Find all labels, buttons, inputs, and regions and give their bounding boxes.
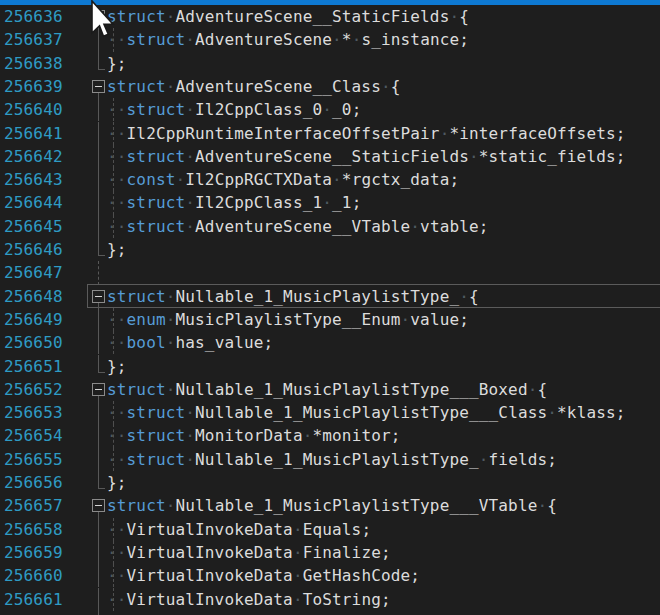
code-line[interactable]: 256651}; xyxy=(0,355,660,378)
line-number[interactable]: 256640 xyxy=(4,98,63,121)
code-line[interactable]: 256640··struct·Il2CppClass_0·_0; xyxy=(0,98,660,121)
code-line[interactable]: 256641··Il2CppRuntimeInterfaceOffsetPair… xyxy=(0,122,660,145)
code-line[interactable]: 256658··VirtualInvokeData·Equals; xyxy=(0,518,660,541)
fold-collapse-icon[interactable] xyxy=(92,499,105,512)
code-text[interactable]: ··VirtualInvokeData·Finalize; xyxy=(107,541,391,564)
code-line[interactable]: 256636struct·AdventureScene__StaticField… xyxy=(0,5,660,28)
line-number[interactable]: 256659 xyxy=(4,541,63,564)
code-text[interactable]: ··struct·Nullable_1_MusicPlaylistType_·f… xyxy=(107,448,557,471)
fold-scope-line xyxy=(98,541,99,564)
identifier-token: Equals; xyxy=(303,520,371,539)
identifier-token: AdventureScene xyxy=(195,30,332,49)
line-number[interactable]: 256656 xyxy=(4,471,63,494)
whitespace-dots: ·· xyxy=(107,566,127,585)
whitespace-dots: · xyxy=(449,7,459,26)
code-text[interactable]: ··bool·has_value; xyxy=(107,331,273,354)
line-number[interactable]: 256641 xyxy=(4,122,63,145)
code-text[interactable]: }; xyxy=(107,52,127,75)
code-text[interactable]: ··struct·Il2CppClass_0·_0; xyxy=(107,98,361,121)
code-line[interactable]: 256644··struct·Il2CppClass_1·_1; xyxy=(0,191,660,214)
code-line[interactable]: 256645··struct·AdventureScene__VTable·vt… xyxy=(0,215,660,238)
code-text[interactable]: ··struct·Nullable_1_MusicPlaylistType___… xyxy=(107,401,626,424)
code-line[interactable]: 256652struct·Nullable_1_MusicPlaylistTyp… xyxy=(0,378,660,401)
fold-collapse-icon[interactable] xyxy=(92,10,105,23)
code-line[interactable]: 256650··bool·has_value; xyxy=(0,331,660,354)
code-line[interactable]: 256647 xyxy=(0,261,660,284)
code-line[interactable]: 256653··struct·Nullable_1_MusicPlaylistT… xyxy=(0,401,660,424)
code-line[interactable]: 256661··VirtualInvokeData·ToString; xyxy=(0,588,660,611)
line-number[interactable]: 256636 xyxy=(4,5,63,28)
identifier-token: fields; xyxy=(489,450,557,469)
code-text[interactable]: ··struct·Il2CppClass_1·_1; xyxy=(107,191,361,214)
code-line[interactable]: 256637··struct·AdventureScene·*·s_instan… xyxy=(0,28,660,51)
line-number[interactable]: 256646 xyxy=(4,238,63,261)
code-text[interactable]: ··enum·MusicPlaylistType__Enum·value; xyxy=(107,308,469,331)
code-text[interactable]: ··struct·MonitorData·*monitor; xyxy=(107,424,401,447)
code-text[interactable]: ··VirtualInvokeData·Equals; xyxy=(107,518,371,541)
code-text[interactable]: struct·Nullable_1_MusicPlaylistType___VT… xyxy=(107,494,557,517)
line-number[interactable]: 256657 xyxy=(4,494,63,517)
line-number[interactable]: 256644 xyxy=(4,191,63,214)
line-number[interactable]: 256642 xyxy=(4,145,63,168)
line-number[interactable]: 256652 xyxy=(4,378,63,401)
line-number[interactable]: 256645 xyxy=(4,215,63,238)
line-number[interactable]: 256651 xyxy=(4,355,63,378)
code-text[interactable]: struct·AdventureScene__StaticFields·{ xyxy=(107,5,469,28)
code-text[interactable]: }; xyxy=(107,238,127,261)
code-line[interactable]: 256639struct·AdventureScene__Class·{ xyxy=(0,75,660,98)
line-number[interactable]: 256647 xyxy=(4,261,63,284)
code-line[interactable]: 256649··enum·MusicPlaylistType__Enum·val… xyxy=(0,308,660,331)
line-number[interactable]: 256637 xyxy=(4,28,63,51)
code-line[interactable]: 256638}; xyxy=(0,52,660,75)
identifier-token: vtable; xyxy=(420,217,488,236)
code-text[interactable]: ··struct·AdventureScene__VTable·vtable; xyxy=(107,215,489,238)
code-text[interactable]: ··const·Il2CppRGCTXData·*rgctx_data; xyxy=(107,168,459,191)
code-text[interactable]: ··VirtualInvokeData·GetHashCode; xyxy=(107,564,420,587)
identifier-token: { xyxy=(469,287,479,306)
whitespace-dots: ·· xyxy=(107,590,127,609)
code-line[interactable]: 256659··VirtualInvokeData·Finalize; xyxy=(0,541,660,564)
fold-collapse-icon[interactable] xyxy=(92,383,105,396)
code-text[interactable]: }; xyxy=(107,355,127,378)
line-number[interactable]: 256643 xyxy=(4,168,63,191)
line-number[interactable]: 256649 xyxy=(4,308,63,331)
code-line[interactable]: 256642··struct·AdventureScene__StaticFie… xyxy=(0,145,660,168)
code-text[interactable]: ··VirtualInvokeData·ToString; xyxy=(107,588,391,611)
line-number[interactable]: 256654 xyxy=(4,424,63,447)
code-line[interactable]: 256660··VirtualInvokeData·GetHashCode; xyxy=(0,564,660,587)
code-text[interactable]: ··struct·AdventureScene·*·s_instance; xyxy=(107,28,469,51)
fold-collapse-icon[interactable] xyxy=(92,290,105,303)
fold-collapse-icon[interactable] xyxy=(92,80,105,93)
code-text[interactable]: struct·Nullable_1_MusicPlaylistType___Bo… xyxy=(107,378,547,401)
line-number[interactable]: 256660 xyxy=(4,564,63,587)
identifier-token: { xyxy=(537,380,547,399)
line-number[interactable]: 256662 xyxy=(4,611,63,615)
code-text[interactable]: struct·Nullable_1_MusicPlaylistType_·{ xyxy=(107,285,479,308)
minus-glyph xyxy=(95,389,102,390)
code-line[interactable]: 256654··struct·MonitorData·*monitor; xyxy=(0,424,660,447)
code-line[interactable]: 256643··const·Il2CppRGCTXData·*rgctx_dat… xyxy=(0,168,660,191)
code-text[interactable]: }; xyxy=(107,471,127,494)
line-number[interactable]: 256648 xyxy=(4,285,63,308)
code-text[interactable]: ··Il2CppRuntimeInterfaceOffsetPair·*inte… xyxy=(107,122,626,145)
code-text[interactable]: ··struct·AdventureScene__StaticFields·*s… xyxy=(107,145,626,168)
line-number[interactable]: 256639 xyxy=(4,75,63,98)
line-number[interactable]: 256653 xyxy=(4,401,63,424)
fold-scope-line xyxy=(98,331,99,354)
code-line[interactable]: 256656}; xyxy=(0,471,660,494)
code-line[interactable]: 256655··struct·Nullable_1_MusicPlaylistT… xyxy=(0,448,660,471)
code-line[interactable]: 256662}; xyxy=(0,611,660,615)
code-line[interactable]: 256648struct·Nullable_1_MusicPlaylistTyp… xyxy=(0,285,660,308)
whitespace-dots: ·· xyxy=(107,100,127,119)
code-text[interactable]: struct·AdventureScene__Class·{ xyxy=(107,75,401,98)
line-number[interactable]: 256661 xyxy=(4,588,63,611)
identifier-token: s_instance; xyxy=(361,30,469,49)
code-text[interactable]: }; xyxy=(107,611,127,615)
line-number[interactable]: 256650 xyxy=(4,331,63,354)
whitespace-dots: · xyxy=(303,426,313,445)
line-number[interactable]: 256655 xyxy=(4,448,63,471)
line-number[interactable]: 256658 xyxy=(4,518,63,541)
code-line[interactable]: 256646}; xyxy=(0,238,660,261)
line-number[interactable]: 256638 xyxy=(4,52,63,75)
code-line[interactable]: 256657struct·Nullable_1_MusicPlaylistTyp… xyxy=(0,494,660,517)
